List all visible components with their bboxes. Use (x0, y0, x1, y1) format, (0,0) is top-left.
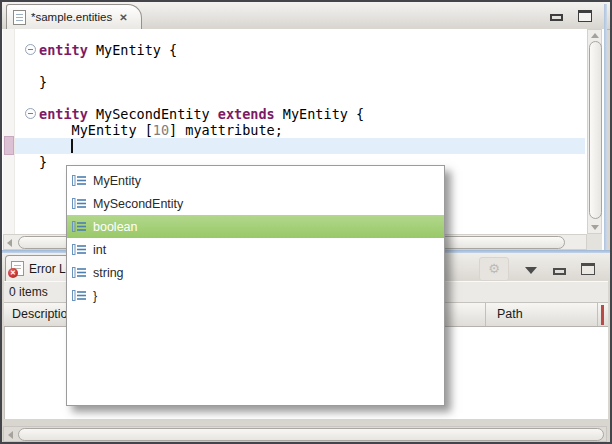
code-line[interactable]: MyEntity [10] myattribute; (39, 122, 364, 138)
panel-hscroll-thumb[interactable] (18, 428, 604, 441)
completion-item-label: boolean (93, 220, 138, 234)
scroll-left-icon[interactable] (7, 239, 12, 247)
scroll-up-icon[interactable] (591, 33, 599, 38)
proposal-icon (72, 174, 87, 187)
export-log-button-disabled: ⚙ (479, 257, 509, 281)
editor-tab[interactable]: *sample.entities ✕ (6, 4, 142, 29)
completion-item-label: MyEntity (93, 174, 141, 188)
completion-item[interactable]: } (67, 284, 444, 307)
editor-vscroll-thumb[interactable] (589, 41, 602, 219)
panel-scroll-left-icon[interactable] (8, 431, 13, 439)
code-line[interactable]: entity MySecondEntity extends MyEntity { (39, 106, 364, 122)
code-lines: entity MyEntity {}entity MySecondEntity … (39, 42, 364, 170)
proposal-icon (72, 243, 87, 256)
completion-item[interactable]: int (67, 238, 444, 261)
code-segment: MyEntity { (88, 42, 177, 58)
column-edge-mark (601, 305, 604, 325)
error-log-icon: ✕ (11, 261, 24, 276)
code-line[interactable] (39, 90, 364, 106)
proposal-icon (72, 220, 87, 233)
active-part-border-right (604, 4, 607, 251)
code-line[interactable] (39, 138, 364, 154)
eclipse-window: *sample.entities ✕ entity MyEntity {}ent… (0, 0, 612, 444)
fold-collapse-icon[interactable] (25, 44, 36, 55)
scrollbar-corner (587, 234, 602, 250)
code-segment: } (39, 74, 47, 90)
column-header-path[interactable]: Path (486, 303, 598, 326)
completion-item[interactable]: MySecondEntity (67, 192, 444, 215)
scroll-down-icon[interactable] (591, 225, 599, 230)
file-icon (13, 10, 26, 25)
code-segment: MyEntity { (275, 106, 364, 122)
code-line[interactable]: entity MyEntity { (39, 42, 364, 58)
proposal-icon (72, 266, 87, 279)
fold-collapse-icon[interactable] (25, 108, 36, 119)
completion-item-label: MySecondEntity (93, 197, 183, 211)
proposal-icon (72, 289, 87, 302)
completion-item-label: } (93, 289, 97, 303)
panel-horizontal-scrollbar[interactable] (3, 426, 607, 442)
completion-item[interactable]: boolean (67, 215, 444, 238)
code-line[interactable] (39, 58, 364, 74)
view-menu-icon[interactable] (525, 267, 537, 274)
completion-item-label: string (93, 266, 124, 280)
completion-item[interactable]: string (67, 261, 444, 284)
minimize-view-icon[interactable] (553, 268, 566, 275)
code-segment: entity (39, 106, 88, 122)
code-segment: extends (218, 106, 275, 122)
completion-item-label: int (93, 243, 106, 257)
code-segment: ] myattribute; (169, 122, 283, 138)
completion-item[interactable]: MyEntity (67, 169, 444, 192)
code-segment: MySecondEntity (88, 106, 218, 122)
proposal-icon (72, 197, 87, 210)
code-segment: entity (39, 42, 88, 58)
code-line[interactable]: } (39, 74, 364, 90)
tab-title: *sample.entities (31, 11, 112, 23)
code-segment: MyEntity [ (39, 122, 153, 138)
editor-vertical-scrollbar[interactable] (587, 29, 602, 234)
code-segment: } (39, 154, 47, 170)
maximize-editor-icon[interactable] (578, 10, 592, 22)
completion-popup: MyEntityMySecondEntitybooleanintstring} (66, 165, 445, 406)
text-cursor (71, 139, 73, 153)
minimize-editor-icon[interactable] (550, 14, 563, 21)
code-segment: 10 (153, 122, 169, 138)
tab-close-icon[interactable]: ✕ (119, 12, 127, 23)
annotation-mark (4, 136, 14, 155)
maximize-view-icon[interactable] (581, 263, 595, 275)
